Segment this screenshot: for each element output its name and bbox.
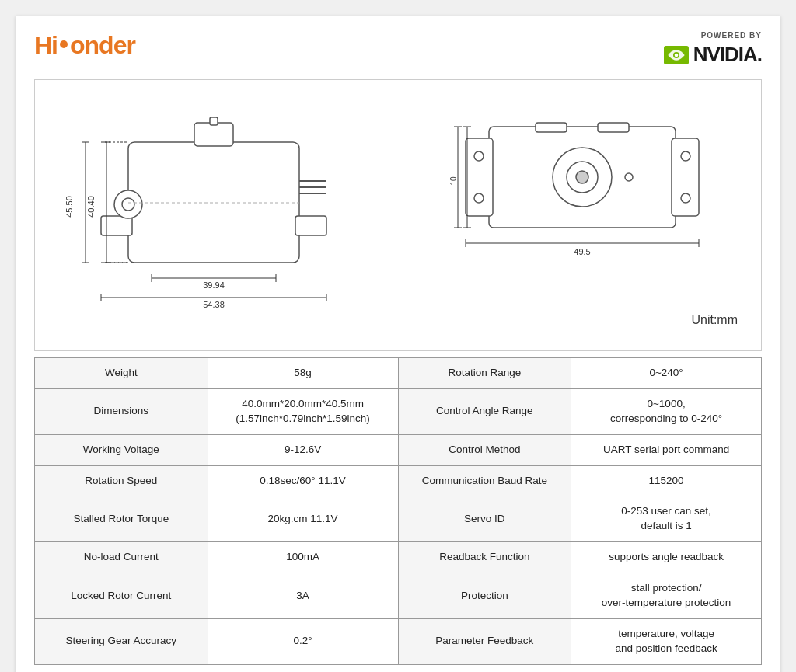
- nvidia-text: NVIDIA.: [693, 43, 762, 67]
- svg-point-43: [625, 173, 633, 181]
- svg-rect-3: [128, 142, 299, 263]
- svg-point-38: [681, 151, 690, 161]
- svg-rect-5: [210, 117, 218, 125]
- spec-label: Dimensions: [35, 388, 208, 434]
- diagram-container: 45.50 40.40 39.94 54.38: [34, 79, 762, 351]
- unit-label: Unit:mm: [51, 313, 745, 327]
- nvidia-logo: NVIDIA.: [664, 43, 762, 67]
- svg-rect-37: [672, 138, 699, 216]
- spec-value: 100mA: [208, 542, 398, 573]
- diagram-right-svg: 20.04 10 49.5: [450, 96, 745, 266]
- svg-point-42: [576, 171, 588, 183]
- spec-value: 40.0mm*20.0mm*40.5mm (1.57inch*0.79inch*…: [208, 388, 398, 434]
- header: Hionder POWERED BY NVIDIA.: [34, 31, 762, 67]
- nvidia-icon: [664, 46, 689, 64]
- spec-value: 115200: [571, 465, 762, 496]
- spec-label: Stalled Rotor Torque: [35, 496, 208, 542]
- spec-value: temperature, voltage and position feedba…: [571, 618, 762, 664]
- svg-rect-34: [466, 138, 493, 216]
- hiwonder-logo: Hionder: [34, 31, 135, 60]
- spec-value: 0~240°: [571, 358, 762, 389]
- table-row: Stalled Rotor Torque20kg.cm 11.1VServo I…: [35, 496, 762, 542]
- spec-value: 9-12.6V: [208, 434, 398, 465]
- svg-text:10: 10: [450, 176, 458, 186]
- diagram-left-svg: 45.50 40.40 39.94 54.38: [51, 96, 408, 309]
- spec-value: supports angle readback: [571, 542, 762, 573]
- table-row: Dimensions40.0mm*20.0mm*40.5mm (1.57inch…: [35, 388, 762, 434]
- table-row: Rotation Speed0.18sec/60° 11.1VCommunica…: [35, 465, 762, 496]
- spec-label: Parameter Feedback: [398, 618, 571, 664]
- svg-point-36: [474, 193, 484, 203]
- specs-table: Weight58gRotation Range0~240°Dimensions4…: [34, 357, 762, 665]
- spec-value: 0.2°: [208, 618, 398, 664]
- svg-text:40.40: 40.40: [86, 196, 96, 218]
- spec-value: 0.18sec/60° 11.1V: [208, 465, 398, 496]
- diagram-left: 45.50 40.40 39.94 54.38: [51, 96, 408, 313]
- svg-rect-4: [194, 123, 233, 146]
- logo-dot: [60, 40, 68, 48]
- spec-label: Servo ID: [398, 496, 571, 542]
- spec-label: Readback Function: [398, 542, 571, 573]
- svg-text:54.38: 54.38: [203, 300, 225, 309]
- page-container: Hionder POWERED BY NVIDIA.: [16, 16, 780, 672]
- spec-label: No-load Current: [35, 542, 208, 573]
- table-row: Steering Gear Accuracy0.2°Parameter Feed…: [35, 618, 762, 664]
- spec-value: stall protection/ over-temperature prote…: [571, 573, 762, 619]
- svg-rect-6: [101, 216, 132, 235]
- svg-point-9: [122, 198, 134, 211]
- svg-text:49.5: 49.5: [574, 247, 590, 256]
- spec-label: Communication Baud Rate: [398, 465, 571, 496]
- table-row: Working Voltage9-12.6VControl MethodUART…: [35, 434, 762, 465]
- spec-value: UART serial port command: [571, 434, 762, 465]
- spec-value: 58g: [208, 358, 398, 389]
- spec-label: Rotation Range: [398, 358, 571, 389]
- powered-by-text: POWERED BY: [701, 31, 762, 40]
- spec-value: 20kg.cm 11.1V: [208, 496, 398, 542]
- spec-label: Steering Gear Accuracy: [35, 618, 208, 664]
- diagram-right: 20.04 10 49.5: [450, 96, 745, 282]
- svg-point-39: [681, 193, 690, 203]
- spec-label: Rotation Speed: [35, 465, 208, 496]
- spec-value: 3A: [208, 573, 398, 619]
- spec-value: 0~1000, corresponding to 0-240°: [571, 388, 762, 434]
- spec-label: Protection: [398, 573, 571, 619]
- svg-point-2: [674, 53, 678, 57]
- svg-text:39.94: 39.94: [203, 280, 225, 290]
- spec-label: Working Voltage: [35, 434, 208, 465]
- powered-by-block: POWERED BY NVIDIA.: [664, 31, 762, 67]
- svg-text:45.50: 45.50: [65, 196, 74, 218]
- svg-point-35: [474, 151, 484, 161]
- svg-rect-7: [295, 216, 326, 235]
- spec-value: 0-253 user can set, default is 1: [571, 496, 762, 542]
- spec-label: Locked Rotor Current: [35, 573, 208, 619]
- spec-label: Control Angle Range: [398, 388, 571, 434]
- table-row: No-load Current100mAReadback Functionsup…: [35, 542, 762, 573]
- svg-rect-45: [598, 123, 629, 132]
- table-row: Weight58gRotation Range0~240°: [35, 358, 762, 389]
- spec-label: Weight: [35, 358, 208, 389]
- diagram-area: 45.50 40.40 39.94 54.38: [51, 96, 745, 313]
- svg-rect-44: [536, 123, 567, 132]
- spec-label: Control Method: [398, 434, 571, 465]
- table-row: Locked Rotor Current3AProtectionstall pr…: [35, 573, 762, 619]
